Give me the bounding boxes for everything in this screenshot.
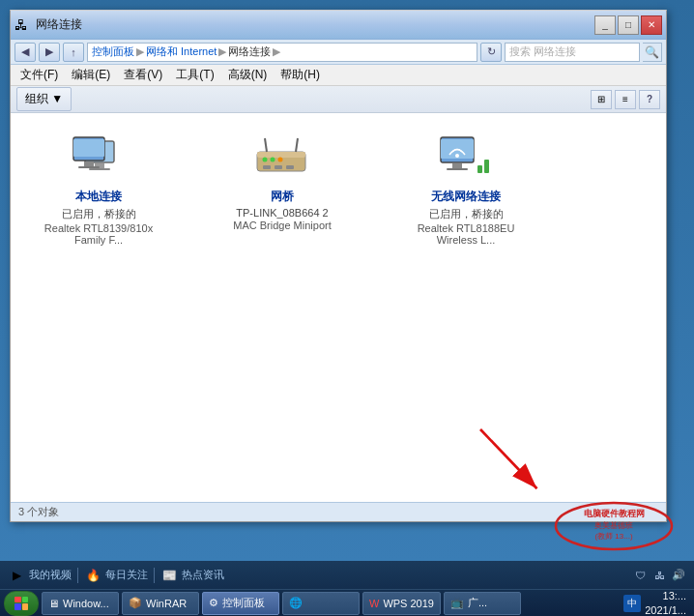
local-connection-status: 已启用，桥接的 [34,207,163,221]
network-tray-icon[interactable]: 🖧 [651,568,667,583]
bridge-icon [255,136,309,183]
svg-line-9 [265,138,267,152]
taskbar-btn-windows[interactable]: 🖥 Window... [42,592,119,615]
taskbar-btn-ad-icon: 📺 [450,597,464,609]
system-clock[interactable]: 13:... 2021/1... [645,589,686,616]
clock-time: 13:... [645,589,686,602]
taskbar-btn-controlpanel[interactable]: ⚙ 控制面板 [202,592,279,615]
svg-rect-8 [257,152,305,158]
svg-rect-4 [73,139,104,157]
close-button[interactable]: ✕ [641,15,662,35]
bridge-icon-wrapper [255,136,309,183]
title-bar: 🖧 网络连接 _ □ ✕ [11,11,666,40]
wireless-detail: Realtek RTL8188EU Wireless L... [401,222,531,246]
svg-rect-16 [286,165,294,169]
svg-rect-22 [484,160,489,173]
taskbar-btn-cp-label: 控制面板 [222,596,265,610]
taskbar-btn-wps-label: WPS 2019 [383,598,434,609]
language-tray-icon[interactable]: 中 [623,595,641,612]
breadcrumb-part-2[interactable]: 网络和 Internet [146,44,217,59]
help-button[interactable]: ? [639,90,660,109]
bridge-status: TP-LINK_08B664 2 [233,207,331,219]
bridge-name: 网桥 [233,189,331,205]
organize-button[interactable]: 组织 ▼ [16,87,72,111]
bridge-info: 网桥 TP-LINK_08B664 2 MAC Bridge Miniport [233,189,331,231]
search-placeholder-text: 搜索 网络连接 [509,44,576,59]
system-tray-bottom: 中 13:... 2021/1... [623,589,690,616]
menu-edit[interactable]: 编辑(E) [66,65,116,85]
taskbar-btn-windows-icon: 🖥 [48,598,59,609]
maximize-button[interactable]: □ [618,15,639,35]
toolbar: 组织 ▼ ⊞ ≡ ? [11,86,666,113]
minimize-button[interactable]: _ [594,15,616,35]
back-button[interactable]: ◀ [14,43,36,62]
status-text: 3 个对象 [18,505,59,519]
taskbar-btn-ad-label: 广... [468,596,487,610]
shield-tray-icon[interactable]: 🛡 [632,568,648,583]
svg-rect-14 [263,165,271,169]
taskbar-top: ▶ 我的视频 🔥 每日关注 📰 热点资讯 🛡 🖧 🔊 [0,561,694,590]
taskbar-btn-winrar[interactable]: 📦 WinRAR [122,592,199,615]
local-connection-item[interactable]: 本地连接 已启用，桥接的 Realtek RTL8139/810x Family… [26,129,171,253]
address-bar[interactable]: 控制面板 ▶ 网络和 Internet ▶ 网络连接 ▶ [87,43,477,62]
media-player-icon[interactable]: ▶ [8,567,25,584]
svg-point-11 [263,158,268,162]
wireless-status: 已启用，桥接的 [401,207,531,221]
search-input[interactable]: 搜索 网络连接 [505,43,640,62]
breadcrumb-sep-1: ▶ [136,45,144,58]
svg-point-12 [271,158,275,162]
view-list-button[interactable]: ≡ [615,90,636,109]
breadcrumb-part-1[interactable]: 控制面板 [92,44,134,59]
taskbar-btn-wps[interactable]: W WPS 2019 [362,592,441,615]
wireless-info: 无线网络连接 已启用，桥接的 Realtek RTL8188EU Wireles… [401,189,531,246]
wireless-item[interactable]: 无线网络连接 已启用，桥接的 Realtek RTL8188EU Wireles… [393,129,538,253]
wireless-icon [439,136,493,183]
clock-date: 2021/1... [645,603,686,617]
svg-rect-6 [78,166,100,168]
taskbar-bottom: 🖥 Window... 📦 WinRAR ⚙ 控制面板 🌐 W WPS 2019… [0,590,694,616]
forward-button[interactable]: ▶ [39,43,60,62]
menu-tools[interactable]: 工具(T) [170,65,219,85]
media-label: 我的视频 [29,568,72,582]
window-controls: _ □ ✕ [594,15,662,35]
local-connection-info: 本地连接 已启用，桥接的 Realtek RTL8139/810x Family… [34,189,163,246]
svg-point-23 [455,154,459,158]
taskbar-btn-winrar-label: WinRAR [146,598,187,609]
bridge-detail: MAC Bridge Miniport [233,220,331,231]
volume-tray-icon[interactable]: 🔊 [671,568,686,583]
menu-help[interactable]: 帮助(H) [275,65,326,85]
svg-rect-5 [84,161,94,166]
news-label: 热点资讯 [182,568,224,582]
svg-rect-20 [447,168,468,170]
local-connection-detail: Realtek RTL8139/810x Family F... [34,222,163,246]
content-area: 本地连接 已启用，桥接的 Realtek RTL8139/810x Family… [11,113,666,502]
search-button[interactable]: 🔍 [643,43,662,62]
start-button[interactable] [4,591,39,616]
breadcrumb-sep-2: ▶ [218,45,226,58]
windows-logo [14,597,28,610]
menu-file[interactable]: 文件(F) [14,65,64,85]
local-connection-name: 本地连接 [34,189,163,205]
svg-rect-15 [275,165,282,169]
view-options-button[interactable]: ⊞ [591,90,612,109]
taskbar-btn-wps-icon: W [369,598,379,609]
title-bar-icon: 🖧 [14,17,28,33]
up-button[interactable]: ↑ [63,43,84,62]
bridge-item[interactable]: 网桥 TP-LINK_08B664 2 MAC Bridge Miniport [210,129,355,239]
taskbar-btn-ie[interactable]: 🌐 [282,592,360,615]
breadcrumb-part-3[interactable]: 网络连接 [228,44,271,59]
status-bar: 3 个对象 [11,502,666,521]
svg-rect-21 [477,165,482,173]
menu-advanced[interactable]: 高级(N) [222,65,274,85]
taskbar-btn-ad[interactable]: 📺 广... [444,592,521,615]
news-icon[interactable]: 📰 [160,567,178,584]
taskbar-btn-ie-icon: 🌐 [289,597,303,609]
refresh-button[interactable]: ↻ [480,43,502,62]
organize-label: 组织 ▼ [25,91,63,107]
address-bar-area: ◀ ▶ ↑ 控制面板 ▶ 网络和 Internet ▶ 网络连接 ▶ ↻ 搜索 … [11,40,666,65]
menu-bar: 文件(F) 编辑(E) 查看(V) 工具(T) 高级(N) 帮助(H) [11,65,666,86]
hotspot-icon[interactable]: 🔥 [84,567,101,584]
breadcrumb: 控制面板 ▶ 网络和 Internet ▶ 网络连接 ▶ [92,44,281,59]
menu-view[interactable]: 查看(V) [118,65,168,85]
search-icon: 🔍 [645,45,659,59]
